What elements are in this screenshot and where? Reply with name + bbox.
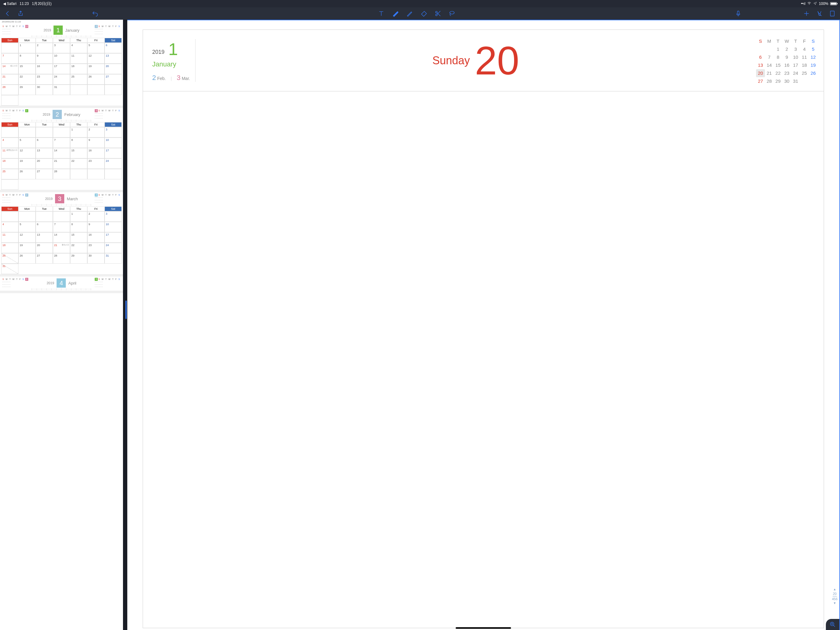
status-date: 1月20日(日) xyxy=(32,1,52,6)
page-day-name: Sunday xyxy=(432,54,470,67)
current-page-number: 20 xyxy=(832,592,838,596)
page-area[interactable]: 2019 1 January 2 Feb. | 3 Mar. Sunday 20 xyxy=(127,20,840,630)
home-indicator[interactable] xyxy=(456,627,511,629)
page-year: 2019 xyxy=(152,49,164,55)
page-header: 2019 1 January 2 Feb. | 3 Mar. Sunday 20 xyxy=(143,30,824,91)
page-down-icon[interactable]: ▼ xyxy=(832,601,838,605)
main-split: 2019/01/20 11:22 S M T W T F S 12· · · ·… xyxy=(0,20,840,630)
app-toolbar xyxy=(0,7,840,20)
scissors-tool[interactable] xyxy=(434,10,441,17)
header-mini-calendar[interactable]: SMTWTFS 12345678910111213141516171819202… xyxy=(756,37,818,85)
lasso-tool[interactable] xyxy=(448,10,455,17)
text-tool[interactable] xyxy=(378,10,385,17)
eraser-tool[interactable] xyxy=(420,10,427,17)
scroll-indicator[interactable] xyxy=(125,301,127,319)
month-thumbnail[interactable]: S M T W T F S 12· · · · · · ·· · · · · ·… xyxy=(0,24,123,108)
status-bar: ◀ Safari 11:23 1月20日(日) ••ıl 100% xyxy=(0,0,840,7)
pages-button[interactable] xyxy=(829,10,836,17)
page-month-number: 1 xyxy=(169,39,178,59)
pen-tool[interactable] xyxy=(406,10,413,17)
page-month-name: January xyxy=(152,60,192,68)
undo-button[interactable] xyxy=(92,10,98,17)
page-day-number: 20 xyxy=(475,41,519,81)
svg-rect-3 xyxy=(737,11,739,14)
next-months-links[interactable]: 2 Feb. | 3 Mar. xyxy=(152,74,192,82)
zoom-button[interactable] xyxy=(826,619,839,630)
month-thumbnail[interactable]: S M T W T F S 3· · · · · · ·· · · · · · … xyxy=(0,277,123,293)
page-navigator[interactable]: ▲ 20 456 ▼ xyxy=(832,587,838,605)
settings-button[interactable] xyxy=(816,10,823,17)
sidebar-month-thumbnails[interactable]: 2019/01/20 11:22 S M T W T F S 12· · · ·… xyxy=(0,20,123,630)
month-thumbnail[interactable]: S M T W T F S 1· · · · · · ·· · · · · · … xyxy=(0,108,123,192)
status-time: 11:23 xyxy=(20,2,29,6)
add-button[interactable] xyxy=(803,10,810,17)
back-button[interactable] xyxy=(4,10,11,17)
back-to-app[interactable]: ◀ Safari xyxy=(3,2,17,6)
location-icon xyxy=(813,2,817,6)
month-thumbnail[interactable]: S M T W T F S 2· · · · · · ·· · · · · · … xyxy=(0,192,123,277)
split-divider[interactable] xyxy=(123,20,127,630)
wifi-icon xyxy=(807,1,812,6)
marker-tool[interactable] xyxy=(392,10,399,17)
microphone-button[interactable] xyxy=(735,10,742,17)
battery-pct: 100% xyxy=(819,2,828,6)
total-pages: 456 xyxy=(832,597,838,601)
svg-rect-4 xyxy=(831,11,834,16)
sidebar-timestamp: 2019/01/20 11:22 xyxy=(0,20,123,24)
planner-page: 2019 1 January 2 Feb. | 3 Mar. Sunday 20 xyxy=(143,30,824,628)
signal-icon: ••ıl xyxy=(801,2,805,6)
page-up-icon[interactable]: ▲ xyxy=(832,587,838,592)
battery-icon xyxy=(830,2,837,5)
share-button[interactable] xyxy=(17,10,24,17)
